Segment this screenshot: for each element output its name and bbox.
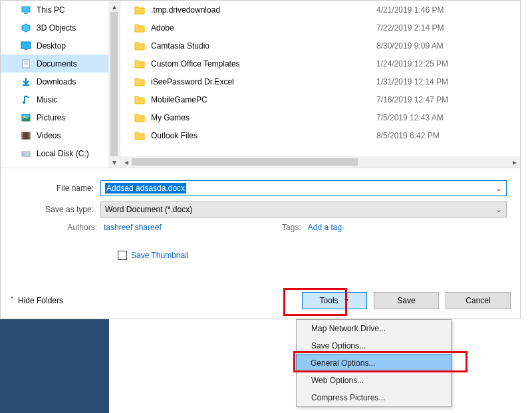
- scroll-down-icon[interactable]: ▾: [108, 156, 120, 168]
- menu-item-general-options[interactable]: General Options...: [296, 354, 452, 372]
- sidebar-item-label: Downloads: [37, 77, 76, 86]
- svg-marker-2: [22, 24, 30, 32]
- scroll-thumb[interactable]: [110, 12, 118, 156]
- tools-label: Tools: [320, 296, 338, 305]
- hide-folders-button[interactable]: ˄ Hide Folders: [10, 296, 63, 305]
- desktop-icon: [21, 41, 31, 51]
- menu-item-map-network-drive[interactable]: Map Network Drive...: [297, 320, 451, 337]
- svg-rect-0: [22, 7, 30, 12]
- authors-value[interactable]: tashreef shareef: [104, 223, 162, 232]
- sidebar-item-label: Pictures: [37, 113, 65, 122]
- file-date: 1/31/2019 12:14 PM: [376, 77, 448, 86]
- horizontal-scrollbar[interactable]: ◂ ▸: [120, 156, 520, 168]
- folder-icon: [134, 40, 146, 52]
- sidebar-item-label: Desktop: [37, 41, 66, 51]
- chevron-up-icon: ˄: [10, 296, 14, 305]
- scroll-up-icon[interactable]: ▴: [108, 1, 120, 12]
- 3d-icon: [21, 23, 31, 33]
- file-name: .tmp.drivedownload: [151, 5, 220, 15]
- file-row[interactable]: Adobe7/22/2019 2:14 PM: [120, 19, 520, 37]
- button-bar: ˄ Hide Folders Tools ▼ Save Cancel: [1, 292, 520, 309]
- pc-icon: [21, 5, 31, 15]
- sidebar-scrollbar[interactable]: ▴ ▾: [108, 1, 120, 168]
- file-row[interactable]: Custom Office Templates1/24/2019 12:25 P…: [120, 55, 520, 72]
- scroll-left-icon[interactable]: ◂: [120, 156, 132, 168]
- save-thumbnail-checkbox[interactable]: [118, 251, 127, 260]
- tags-value[interactable]: Add a tag: [308, 223, 342, 232]
- file-list: .tmp.drivedownload4/21/2019 1:46 PMAdobe…: [120, 1, 520, 168]
- sidebar-item-pictures[interactable]: Pictures: [1, 108, 120, 126]
- sidebar-item-label: Local Disk (C:): [37, 149, 89, 158]
- menu-item-web-options[interactable]: Web Options...: [297, 372, 451, 389]
- sidebar-item-music[interactable]: Music: [1, 90, 120, 108]
- svg-point-9: [23, 101, 25, 104]
- folder-icon: [134, 130, 146, 142]
- file-date: 4/21/2019 1:46 PM: [376, 5, 444, 15]
- sidebar-item-this-pc[interactable]: This PC: [1, 1, 120, 19]
- sidebar-item-label: Documents: [37, 59, 77, 69]
- file-name: Outlook Files: [151, 131, 198, 140]
- sidebar-item-3d-objects[interactable]: 3D Objects: [1, 19, 120, 37]
- tags-label: Tags:: [281, 223, 308, 232]
- folder-icon: [134, 76, 146, 88]
- hide-folders-label: Hide Folders: [18, 296, 63, 305]
- disk-icon: [21, 148, 31, 159]
- folder-icon: [134, 94, 146, 106]
- cancel-label: Cancel: [466, 296, 490, 305]
- hscroll-thumb[interactable]: [132, 158, 358, 166]
- sidebar-item-desktop[interactable]: Desktop: [1, 37, 120, 55]
- menu-item-compress-pictures[interactable]: Compress Pictures...: [297, 389, 451, 406]
- menu-item-save-options[interactable]: Save Options...: [297, 337, 451, 354]
- sidebar-item-downloads[interactable]: Downloads: [1, 72, 120, 90]
- pictures-icon: [21, 112, 31, 123]
- videos-icon: [21, 130, 31, 141]
- scroll-right-icon[interactable]: ▸: [509, 156, 520, 168]
- svg-rect-4: [25, 49, 27, 50]
- file-row[interactable]: My Games7/5/2019 12:43 AM: [120, 108, 520, 126]
- downloads-icon: [21, 76, 31, 87]
- sidebar-item-label: Music: [37, 95, 57, 104]
- file-row[interactable]: Outlook Files8/5/2019 6:42 PM: [120, 126, 520, 144]
- file-row[interactable]: Camtasia Studio8/30/2019 9:09 AM: [120, 37, 520, 55]
- sidebar-item-label: 3D Objects: [37, 23, 76, 33]
- saveas-value: Word Document (*.docx): [105, 205, 192, 214]
- sidebar-item-local-disk-c-[interactable]: Local Disk (C:): [1, 144, 120, 162]
- save-button[interactable]: Save: [374, 292, 439, 309]
- svg-rect-14: [29, 132, 30, 139]
- file-date: 8/5/2019 6:42 PM: [376, 131, 440, 140]
- svg-rect-13: [22, 132, 23, 139]
- sidebar-item-videos[interactable]: Videos: [1, 126, 120, 144]
- dropdown-arrow-icon: ▼: [344, 297, 350, 304]
- file-date: 7/16/2019 12:47 PM: [376, 95, 448, 104]
- file-name: MobileGamePC: [151, 95, 207, 104]
- navigation-sidebar: This PC3D ObjectsDesktopDocumentsDownloa…: [1, 1, 120, 168]
- folder-icon: [134, 58, 146, 70]
- chevron-down-icon[interactable]: ⌄: [495, 184, 502, 193]
- sidebar-item-documents[interactable]: Documents: [1, 55, 120, 72]
- filename-value: Addsad adsasda.docx: [105, 183, 186, 194]
- tools-dropdown-menu: Map Network Drive...Save Options...Gener…: [296, 319, 452, 407]
- file-name: iSeePassword Dr.Excel: [151, 77, 234, 86]
- svg-rect-1: [24, 13, 28, 14]
- chevron-down-icon[interactable]: ⌄: [495, 205, 502, 214]
- authors-label: Authors:: [47, 223, 104, 232]
- tools-button[interactable]: Tools ▼: [302, 292, 367, 309]
- file-name: Adobe: [151, 23, 174, 33]
- file-row[interactable]: .tmp.drivedownload4/21/2019 1:46 PM: [120, 1, 520, 19]
- file-row[interactable]: iSeePassword Dr.Excel1/31/2019 12:14 PM: [120, 72, 520, 90]
- documents-icon: [21, 59, 31, 69]
- filename-label: File name:: [14, 184, 100, 193]
- folder-icon: [134, 112, 146, 124]
- filename-input[interactable]: Addsad adsasda.docx ⌄: [100, 180, 507, 196]
- sidebar-item-label: Videos: [37, 131, 61, 140]
- cancel-button[interactable]: Cancel: [446, 292, 511, 309]
- save-thumbnail-label[interactable]: Save Thumbnail: [131, 251, 189, 260]
- saveas-label: Save as type:: [14, 205, 100, 214]
- svg-rect-16: [23, 154, 25, 155]
- saveas-select[interactable]: Word Document (*.docx) ⌄: [100, 202, 507, 217]
- file-row[interactable]: MobileGamePC7/16/2019 12:47 PM: [120, 90, 520, 108]
- save-dialog: This PC3D ObjectsDesktopDocumentsDownloa…: [0, 0, 521, 319]
- background-app-panel: [0, 319, 109, 413]
- music-icon: [21, 94, 31, 105]
- save-label: Save: [397, 296, 415, 305]
